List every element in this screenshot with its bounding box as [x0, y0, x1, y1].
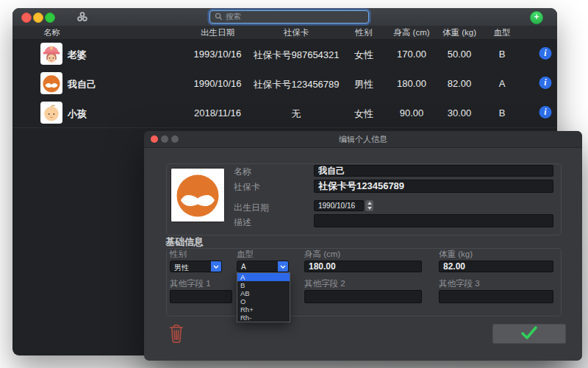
header-ss[interactable]: 社保卡 — [284, 27, 309, 38]
gender-label: 性别 — [170, 249, 187, 260]
cell-blood: A — [499, 78, 506, 89]
table-header: 名称 出生日期 社保卡 性别 身高 (cm) 体重 (kg) 血型 — [12, 26, 557, 40]
desc-label: 描述 — [234, 216, 251, 229]
cell-height: 170.00 — [397, 49, 426, 60]
info-icon[interactable]: i — [539, 47, 552, 60]
blood-option[interactable]: Rh+ — [237, 305, 290, 314]
baby-avatar — [40, 102, 62, 124]
ss-field[interactable] — [314, 180, 553, 193]
blood-option[interactable]: B — [237, 281, 290, 289]
cell-gender: 女性 — [354, 49, 373, 62]
table-row[interactable]: 小孩 2018/11/16 无 女性 90.00 30.00 B i — [12, 98, 557, 128]
name-label: 名称 — [234, 166, 251, 178]
close-button[interactable] — [21, 13, 32, 23]
header-gender[interactable]: 性别 — [356, 27, 373, 38]
weight-field[interactable] — [439, 261, 553, 272]
cell-weight: 50.00 — [448, 49, 472, 60]
other-field-2[interactable] — [304, 290, 422, 303]
stepper-down-icon[interactable] — [365, 205, 373, 210]
weight-label: 体重 (kg) — [439, 249, 473, 260]
gender-selected-value: 男性 — [174, 263, 189, 273]
confirm-button[interactable] — [492, 324, 566, 344]
table-row[interactable]: 我自己 1990/10/16 社保卡号123456789 男性 180.00 8… — [12, 68, 557, 99]
search-input[interactable]: 搜索 — [209, 10, 369, 24]
cell-blood: B — [499, 107, 506, 118]
minimize-button[interactable] — [33, 13, 43, 23]
cell-name: 小孩 — [68, 107, 87, 121]
fullscreen-button[interactable] — [45, 13, 55, 23]
blood-select[interactable]: A — [237, 261, 289, 272]
info-icon[interactable]: i — [539, 106, 552, 118]
ss-label: 社保卡 — [234, 181, 260, 194]
chevron-down-icon — [278, 261, 288, 272]
cell-height: 90.00 — [400, 107, 424, 118]
basic-info-section-title: 基础信息 — [165, 236, 204, 249]
header-blood[interactable]: 血型 — [494, 27, 511, 38]
cell-birth: 2018/11/16 — [194, 107, 241, 118]
blood-label: 血型 — [237, 249, 254, 260]
cell-height: 180.00 — [397, 78, 426, 89]
header-name[interactable]: 名称 — [43, 27, 60, 38]
header-weight[interactable]: 体重 (kg) — [442, 27, 476, 38]
blood-option[interactable]: A — [237, 273, 290, 281]
other-field-2-label: 其他字段 2 — [304, 278, 345, 289]
main-titlebar: 搜索 + — [12, 8, 557, 26]
edit-person-dialog: 编辑个人信息 名称 社保卡 出生日期 描述 基础信息 性别 血型 身高 (cm)… — [144, 131, 582, 361]
height-field[interactable] — [304, 261, 422, 272]
blood-option[interactable]: Rh- — [237, 314, 290, 322]
chevron-down-icon — [211, 261, 221, 272]
blood-option[interactable]: AB — [237, 289, 290, 297]
dialog-titlebar: 编辑个人信息 — [144, 131, 582, 148]
basic-info-groupbox — [166, 248, 562, 316]
stepper-up-icon[interactable] — [365, 200, 373, 205]
desktop: 搜索 + 名称 出生日期 社保卡 性别 身高 (cm) 体重 (kg) 血型 — [0, 0, 588, 368]
firefighter-woman-avatar — [40, 43, 62, 65]
search-placeholder: 搜索 — [226, 12, 241, 22]
cell-weight: 30.00 — [448, 107, 472, 118]
info-icon[interactable]: i — [539, 77, 552, 89]
cell-birth: 1993/10/16 — [193, 49, 241, 60]
description-field[interactable] — [314, 214, 553, 227]
gender-select[interactable]: 男性 — [170, 261, 222, 272]
orange-mustache-man-avatar — [40, 72, 62, 94]
table-row[interactable]: 老婆 1993/10/16 社保卡号987654321 女性 170.00 50… — [12, 39, 557, 69]
cell-ss: 社保卡号123456789 — [253, 78, 339, 91]
header-height[interactable]: 身高 (cm) — [393, 27, 429, 38]
gears-icon[interactable] — [77, 12, 87, 22]
other-field-3[interactable] — [439, 290, 553, 303]
cell-birth: 1990/10/16 — [193, 78, 241, 89]
cell-gender: 男性 — [354, 78, 373, 91]
cell-blood: B — [499, 49, 506, 60]
add-person-button[interactable]: + — [530, 11, 543, 24]
birth-date-field[interactable] — [314, 200, 364, 211]
date-stepper[interactable] — [365, 200, 373, 211]
blood-options-list: A B AB O Rh+ Rh- — [237, 272, 290, 322]
delete-button[interactable] — [168, 323, 185, 344]
blood-selected-value: A — [241, 263, 246, 271]
other-field-1-label: 其他字段 1 — [170, 278, 211, 289]
cell-gender: 女性 — [354, 107, 373, 121]
person-photo[interactable] — [171, 168, 225, 222]
search-icon — [215, 10, 223, 24]
birth-label: 出生日期 — [234, 202, 269, 214]
cell-name: 老婆 — [68, 49, 87, 62]
height-label: 身高 (cm) — [304, 249, 340, 260]
other-field-3-label: 其他字段 3 — [439, 278, 480, 289]
header-birth[interactable]: 出生日期 — [201, 27, 234, 38]
cell-ss: 社保卡号987654321 — [253, 49, 339, 62]
name-field[interactable] — [314, 165, 553, 177]
cell-weight: 82.00 — [448, 78, 472, 89]
other-field-1[interactable] — [170, 290, 232, 303]
check-icon — [520, 325, 539, 343]
cell-ss: 无 — [292, 107, 301, 121]
cell-name: 我自己 — [68, 78, 96, 91]
blood-option[interactable]: O — [237, 297, 290, 305]
dialog-title: 编辑个人信息 — [144, 134, 582, 145]
